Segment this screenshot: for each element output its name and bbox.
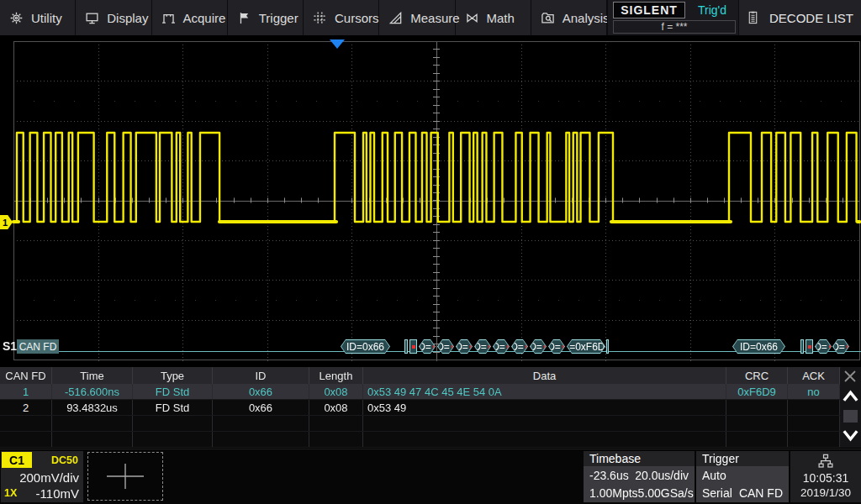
menu-item-label: Display — [107, 11, 148, 25]
decode-bubble-data: D= — [456, 339, 473, 354]
scroll-down-button[interactable] — [841, 425, 860, 445]
decode-cell — [309, 432, 363, 447]
trigger-panel[interactable]: Trigger Auto Serial CAN FD — [696, 451, 789, 502]
timebase-title: Timebase — [584, 451, 695, 466]
network-icon — [817, 454, 834, 469]
decode-bubble-text: D= — [549, 341, 561, 353]
decode-cell: no — [788, 384, 840, 399]
decode-cell — [788, 432, 840, 447]
decode-cell — [363, 432, 726, 447]
decode-field-marker — [409, 339, 417, 354]
decode-bubble-data: D= — [511, 339, 528, 354]
plus-icon — [105, 462, 145, 491]
decode-bubble-text: D= — [816, 341, 827, 353]
decode-cell — [52, 416, 133, 431]
menu-item-utility[interactable]: Utility — [0, 0, 76, 35]
decode-bubble-data: D= — [419, 339, 436, 354]
menu-item-measure[interactable]: Measure — [379, 0, 455, 35]
decode-bubble-crc: C=0xF6D — [567, 339, 605, 354]
decode-bubble-data: D= — [493, 339, 510, 354]
column-header-type: Type — [133, 367, 213, 384]
decode-cell — [726, 400, 788, 415]
decode-bubble-text: D= — [438, 341, 450, 353]
column-header-data: Data — [363, 367, 726, 384]
decode-list-button[interactable]: DECODE LIST — [738, 0, 861, 35]
decode-cell — [52, 432, 133, 447]
trigger-source-bus: CAN FD — [739, 486, 783, 500]
menu-bar: UtilityDisplayAcquireTriggerCursorsMeasu… — [0, 0, 607, 35]
decode-bubble-data: D= — [437, 339, 454, 354]
decode-cell: 0x66 — [213, 400, 309, 415]
column-header-time: Time — [52, 367, 133, 384]
decode-bubble-text: ID=0x66 — [346, 341, 384, 353]
menu-item-trigger[interactable]: Trigger — [228, 0, 304, 35]
trigger-values: Auto Serial CAN FD — [696, 466, 789, 502]
timebase-scale: 20.0us/div — [635, 469, 689, 482]
timebase-delay: -23.6us — [589, 469, 629, 482]
column-header-can-fd: CAN FD — [0, 367, 52, 384]
decode-cell — [0, 432, 52, 447]
decode-cell — [213, 416, 309, 431]
decode-cell: 0x08 — [309, 400, 363, 415]
decode-cell — [133, 416, 213, 431]
decode-bubble-data: D= — [815, 339, 832, 354]
decode-bus-protocol[interactable]: CAN FD — [17, 339, 59, 354]
frequency-counter-readout: f = *** — [613, 20, 736, 34]
clock-time: 10:05:31 — [790, 471, 861, 485]
decode-cell: 1 — [0, 384, 52, 399]
decode-bubble-text: D= — [420, 341, 431, 353]
menu-item-cursors[interactable]: Cursors — [304, 0, 379, 35]
decode-cell: 0xF6D9 — [726, 384, 788, 399]
oscilloscope-screen: UtilityDisplayAcquireTriggerCursorsMeasu… — [0, 0, 861, 504]
siglent-logo: SIGLENT — [613, 2, 685, 18]
decode-cell: 0x66 — [213, 384, 309, 399]
timebase-panel[interactable]: Timebase -23.6us 20.0us/div 1.00Mpts 5.0… — [584, 451, 695, 502]
menu-item-analysis[interactable]: Analysis — [531, 0, 607, 35]
trigger-title: Trigger — [696, 451, 789, 466]
document-list-icon — [747, 10, 759, 25]
decode-bubble-id: ID=0x66 — [341, 339, 390, 354]
decode-row-1[interactable]: 1-516.600nsFD Std0x660x080x53 49 47 4C 4… — [0, 384, 861, 400]
close-icon[interactable] — [842, 369, 858, 384]
decode-bubble-data: D= — [548, 339, 565, 354]
menu-item-display[interactable]: Display — [76, 0, 151, 35]
decode-cell: FD Std — [133, 400, 213, 415]
decode-field-marker — [806, 339, 813, 354]
menu-item-acquire[interactable]: Acquire — [152, 0, 228, 35]
column-header-ack: ACK — [788, 367, 840, 384]
decode-bubble-data: D= — [832, 339, 849, 354]
decode-bubble-text: D= — [531, 341, 542, 353]
clock-date: 2019/1/30 — [790, 486, 861, 499]
decode-cell — [788, 416, 840, 431]
menu-item-label: Measure — [410, 11, 459, 25]
decode-cell — [0, 416, 52, 431]
trigger-position-marker[interactable] — [330, 39, 345, 49]
decode-cell: -516.600ns — [52, 384, 133, 399]
clock-panel: 10:05:31 2019/1/30 — [790, 451, 861, 502]
column-header-length: Length — [309, 367, 363, 384]
decode-field-marker — [606, 339, 609, 354]
status-cluster: SIGLENT Trig'd f = *** — [607, 0, 738, 35]
menu-item-math[interactable]: Math — [456, 0, 531, 35]
decode-bubble-text: D= — [457, 341, 468, 353]
decode-bubble-id: ID=0x66 — [732, 339, 785, 354]
decode-row-empty — [0, 432, 861, 448]
decode-bubble-text: D= — [475, 341, 487, 353]
menu-item-label: Analysis — [563, 11, 610, 25]
decode-cell — [363, 416, 726, 431]
menu-item-label: Math — [487, 11, 515, 25]
menu-item-label: Utility — [31, 11, 62, 25]
scroll-up-button[interactable] — [841, 386, 860, 407]
waveform-display[interactable] — [0, 35, 861, 367]
analysis-icon — [541, 11, 555, 25]
decode-field-marker — [404, 339, 408, 354]
decode-bubble-text: D= — [833, 341, 845, 353]
acquire-icon — [161, 11, 176, 25]
scroll-thumb[interactable] — [843, 410, 858, 423]
decode-row-2[interactable]: 293.4832usFD Std0x660x080x53 49 — [0, 400, 861, 416]
cursors-icon — [313, 11, 327, 25]
add-channel-box[interactable] — [87, 452, 163, 501]
channel-1-panel[interactable]: C1 DC50 200mV/div 1X -110mV — [1, 451, 83, 502]
decode-error-dot — [412, 345, 415, 349]
channel-probe-attenuation: 1X — [4, 487, 17, 499]
